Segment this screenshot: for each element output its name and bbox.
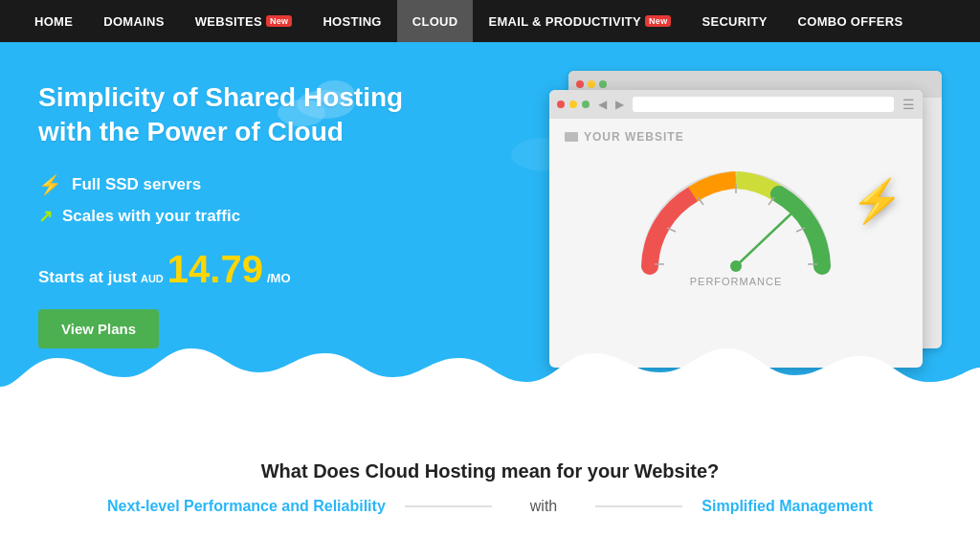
site-icon	[565, 132, 578, 142]
performance-label: PERFORMANCE	[690, 276, 783, 287]
feature-scales-text: Scales with your traffic	[62, 207, 240, 226]
navigation: HOME DOMAINS WEBSITES New HOSTING CLOUD …	[0, 0, 980, 42]
websites-badge: New	[266, 15, 292, 27]
price-label: Starts at just	[38, 268, 137, 287]
browser-toolbar: ◀ ▶ ☰	[549, 90, 923, 119]
nav-security-label: SECURITY	[702, 14, 767, 29]
nav-domains[interactable]: DOMAINS	[88, 0, 180, 42]
dot-yellow-back	[588, 80, 595, 88]
feature-scales: ↗ Scales with your traffic	[38, 206, 440, 227]
address-bar	[633, 97, 894, 112]
bottom-features: Next-level Performance and Reliability w…	[107, 498, 873, 515]
nav-home-label: HOME	[34, 14, 73, 29]
hero-content: Simplicity of Shared Hosting with the Po…	[38, 80, 440, 348]
bottom-title: What Does Cloud Hosting mean for your We…	[261, 460, 720, 482]
scales-icon: ↗	[38, 206, 53, 227]
tb-dot-yellow	[569, 101, 577, 108]
lightning-badge: ⚡	[851, 176, 903, 226]
nav-combo-label: COMBO OFFERS	[798, 14, 903, 29]
nav-email[interactable]: EMAIL & PRODUCTIVITY New	[473, 0, 686, 42]
hero-title-line2: with the Power of Cloud	[38, 117, 344, 146]
nav-combo[interactable]: COMBO OFFERS	[783, 0, 919, 42]
site-label-text: YOUR WEBSITE	[584, 130, 684, 144]
back-arrow-icon: ◀	[598, 98, 607, 111]
nav-items: HOME DOMAINS WEBSITES New HOSTING CLOUD …	[19, 0, 918, 42]
feature-with-text: with	[530, 498, 557, 515]
dot-red-back	[576, 80, 584, 88]
nav-security[interactable]: SECURITY	[686, 0, 782, 42]
browser-front-window: ◀ ▶ ☰ YOUR WEBSITE	[549, 90, 923, 368]
bottom-section: What Does Cloud Hosting mean for your We…	[0, 415, 980, 560]
email-badge: New	[645, 15, 671, 27]
price-period: /MO	[267, 271, 291, 285]
price-line: Starts at just AUD 14.79 /MO	[38, 250, 440, 288]
feature-divider-left	[405, 505, 492, 507]
nav-cloud[interactable]: CLOUD	[397, 0, 474, 42]
menu-icon: ☰	[902, 97, 915, 112]
speedometer-gauge	[631, 161, 841, 285]
cloud-wave	[0, 329, 980, 415]
dot-green-back	[599, 80, 607, 88]
feature-ssd-text: Full SSD servers	[72, 175, 201, 194]
feature-ssd: ⚡ Full SSD servers	[38, 173, 440, 196]
hero-title-line1: Simplicity of Shared Hosting	[38, 82, 403, 112]
hero-section: Simplicity of Shared Hosting with the Po…	[0, 42, 980, 415]
feature-management-link[interactable]: Simplified Management	[702, 498, 873, 515]
nav-email-label: EMAIL & PRODUCTIVITY	[488, 14, 641, 29]
nav-home[interactable]: HOME	[19, 0, 88, 42]
nav-hosting-label: HOSTING	[323, 14, 381, 29]
lightning-icon: ⚡	[38, 173, 62, 196]
site-label: YOUR WEBSITE	[565, 130, 684, 144]
nav-websites-label: WEBSITES	[195, 14, 262, 29]
hero-title: Simplicity of Shared Hosting with the Po…	[38, 80, 440, 150]
hero-features: ⚡ Full SSD servers ↗ Scales with your tr…	[38, 173, 440, 227]
feature-performance-link[interactable]: Next-level Performance and Reliability	[107, 498, 386, 515]
nav-websites[interactable]: WEBSITES New	[180, 0, 308, 42]
tb-dot-red	[557, 101, 565, 108]
price-amount: 14.79	[167, 250, 263, 288]
nav-hosting[interactable]: HOSTING	[307, 0, 396, 42]
feature-divider-right	[595, 505, 682, 507]
nav-cloud-label: CLOUD	[412, 14, 458, 29]
forward-arrow-icon: ▶	[615, 98, 624, 111]
svg-line-8	[736, 213, 791, 266]
tb-dot-green	[582, 101, 590, 108]
price-currency: AUD	[141, 273, 164, 284]
nav-domains-label: DOMAINS	[103, 14, 165, 29]
